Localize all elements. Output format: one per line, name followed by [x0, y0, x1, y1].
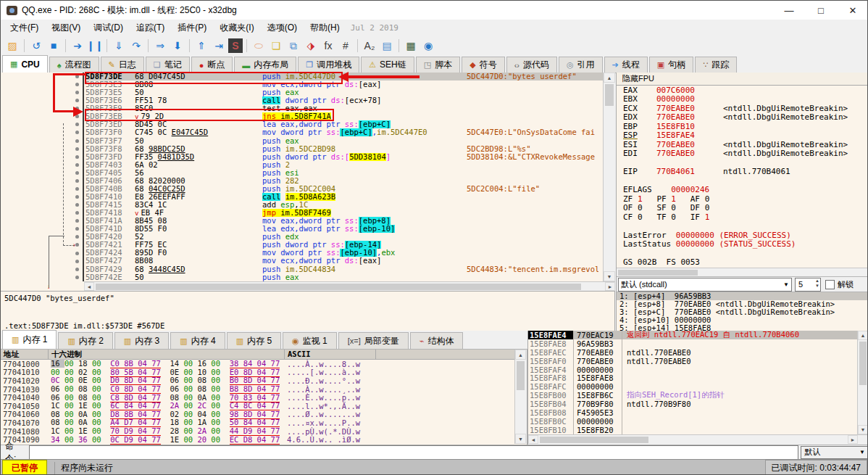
memory-row[interactable]: 7704109034 00 36 00 0C D9 04 77 1E 00 20…	[1, 435, 527, 444]
stack-row[interactable]: 15E8FB0C00000000	[528, 417, 868, 426]
call-arg-row[interactable]: 3: [esp+C] 770EABE0 <ntdll.DbgUiRemoteBr…	[617, 308, 868, 316]
register-list[interactable]: EAX007C6000EBX00000000ECX770EABE0<ntdll.…	[617, 86, 868, 267]
register-row[interactable]: EBP15E8FB10	[617, 122, 868, 131]
breakpoint-dot[interactable]	[75, 203, 79, 207]
hide-fpu-button[interactable]: 隐藏FPU	[617, 73, 868, 86]
disasm-row[interactable]: 5D8F73F0C745 0C E047C45Dmov dword ptr ss…	[85, 128, 603, 136]
breakpoint-dot[interactable]	[75, 75, 79, 78]
register-row[interactable]: ESI770EABE0<ntdll.DbgUiRemoteBreakin>	[617, 140, 868, 149]
disassembly-panel[interactable]: 5D8F73DE68 D047C45Dpush im.5DC447D05DC44…	[1, 73, 615, 291]
tab-脚本[interactable]: ◳脚本	[416, 57, 460, 73]
breakpoint-dot[interactable]	[75, 276, 79, 279]
tab-内存 1[interactable]: ▥内存 1	[2, 330, 57, 349]
command-profile-select[interactable]: 默认 ▼	[801, 446, 868, 459]
step-out-icon[interactable]: ⬇	[170, 38, 185, 54]
stack-row[interactable]: 15E8FAF815E8FAE8	[528, 373, 868, 382]
tab-CPU[interactable]: ▦CPU	[2, 55, 48, 73]
register-row[interactable]: ESP15E8FAE4	[617, 131, 868, 141]
memory-row[interactable]: 7704107008 00 0A 00 A4 D7 04 77 18 00 1A…	[1, 418, 527, 427]
unlock-checkbox[interactable]: 解锁	[825, 279, 854, 290]
disasm-row[interactable]: 5D8F73FDFF35 0481D35Dpush dword ptr ds:[…	[85, 153, 603, 161]
breakpoint-dot[interactable]	[75, 260, 79, 263]
stepper-arrows-icon[interactable]: ▲▼	[815, 278, 819, 289]
patch-icon[interactable]: ⬭	[251, 38, 267, 54]
disasm-row[interactable]: 5D8F741D8D55 F0lea edx,dword ptr ss:[ebp…	[85, 225, 603, 233]
register-row[interactable]: EAX007C6000	[617, 86, 868, 95]
memory-row[interactable]: 7704104006 00 08 00 C8 8D 04 77 08 00 0A…	[1, 393, 527, 402]
breakpoint-dot[interactable]	[75, 252, 79, 255]
run-icon[interactable]: ➔	[70, 38, 85, 54]
stack-panel[interactable]: 15E8FAE4770EAC19返回到 ntdll.770EAC19 自 ntd…	[527, 331, 868, 445]
breakpoint-dot[interactable]	[75, 268, 79, 271]
register-row[interactable]	[617, 176, 868, 186]
register-row[interactable]: EDX770EABE0<ntdll.DbgUiRemoteBreakin>	[617, 113, 868, 123]
memory-row[interactable]: 770410501C 00 1E 00 6C 84 04 77 2A 00 2C…	[1, 402, 527, 410]
breakpoint-dot[interactable]	[75, 107, 79, 110]
breakpoint-dot[interactable]	[75, 195, 79, 199]
stack-row[interactable]: 15E8FAE4770EAC19返回到 ntdll.770EAC19 自 ntd…	[528, 331, 868, 339]
bookmark-icon[interactable]: ⬗	[303, 38, 319, 54]
stack-row[interactable]: 15E8FAF0770EABE0ntdll.770EABE0	[528, 357, 868, 365]
calling-convention-select[interactable]: 默认 (stdcall) ▼	[618, 278, 792, 292]
disasm-vscrollbar[interactable]: ▲ ▼	[603, 73, 615, 281]
hash-icon[interactable]: #	[338, 38, 354, 54]
arg-count-stepper[interactable]: 5 ▲▼	[795, 278, 821, 292]
tab-笔记[interactable]: ❏笔记	[146, 57, 190, 73]
tab-内存布局[interactable]: ▬内存布局	[234, 57, 296, 73]
tab-调用堆栈[interactable]: ❐调用堆栈	[298, 57, 359, 73]
register-row[interactable]	[617, 158, 868, 168]
breakpoint-dot[interactable]	[75, 147, 79, 151]
stack-row[interactable]: 15E8FB04770B9F80ntdll.770B9F80	[528, 400, 868, 408]
label-icon[interactable]: ⧉	[285, 38, 301, 54]
breakpoint-dot[interactable]	[75, 115, 79, 118]
menu-item-1[interactable]: 视图(V)	[45, 20, 87, 36]
memory-row[interactable]: 770410801C 00 1E 00 70 D9 04 77 28 00 2A…	[1, 427, 527, 436]
tab-断点[interactable]: ●断点	[191, 57, 233, 73]
execute-till-return-icon[interactable]: ⇑	[193, 38, 209, 54]
run-to-cursor-icon[interactable]: ⇒	[152, 38, 168, 54]
tab-引用[interactable]: ◎引用	[559, 57, 603, 73]
tab-SEH链[interactable]: ⚠SEH链	[361, 57, 414, 73]
call-arg-row[interactable]: 1: [esp+4] 96A59BB3	[617, 292, 868, 300]
function-icon[interactable]: fx	[320, 38, 336, 54]
globe-icon[interactable]: ◉	[420, 38, 436, 54]
call-arg-row[interactable]: 2: [esp+8] 770EABE0 <ntdll.DbgUiRemoteBr…	[617, 300, 868, 308]
register-row[interactable]: ECX770EABE0<ntdll.DbgUiRemoteBreakin>	[617, 104, 868, 113]
restart-icon[interactable]: ↺	[28, 38, 44, 54]
menu-item-4[interactable]: 插件(P)	[171, 20, 213, 36]
breakpoint-dot[interactable]	[75, 83, 79, 86]
memory-row[interactable]: 7704103006 00 08 00 C0 8D 04 77 06 00 08…	[1, 385, 527, 394]
breakpoint-dot[interactable]	[75, 219, 79, 223]
tab-跟踪[interactable]: ∵跟踪	[695, 57, 737, 73]
memory-row[interactable]: 7704100016 00 18 00 C0 8B 04 77 14 00 16…	[1, 360, 527, 368]
checkbox-icon[interactable]	[825, 280, 835, 289]
menu-item-6[interactable]: 选项(O)	[261, 20, 304, 36]
disasm-row[interactable]: 5D8F742E50push eax	[85, 273, 603, 281]
memory-row[interactable]: 770410200C 00 0E 00 D0 8D 04 77 06 00 08…	[1, 376, 527, 385]
open-file-icon[interactable]: ▨	[4, 38, 20, 54]
breakpoint-dot[interactable]	[75, 155, 79, 159]
disasm-row[interactable]: 5D8F73E6FF51 78call dword ptr ds:[ecx+78…	[85, 96, 603, 104]
strings-icon[interactable]: S	[228, 38, 243, 53]
breakpoint-dot[interactable]	[75, 163, 79, 167]
breakpoint-dot[interactable]	[75, 211, 79, 215]
tab-流程图[interactable]: ♠流程图	[49, 57, 99, 73]
command-input[interactable]	[29, 445, 798, 460]
breakpoint-dot[interactable]	[75, 179, 79, 183]
stack-hscrollbar[interactable]: ◄ ►	[528, 434, 868, 445]
close-button[interactable]: ✕	[837, 1, 868, 20]
tab-内存 2[interactable]: ▥内存 2	[58, 332, 112, 349]
call-arg-row[interactable]: 4: [esp+10] 00000000	[617, 315, 868, 323]
notes-icon[interactable]: ▤	[379, 38, 395, 54]
breakpoint-dot[interactable]	[75, 171, 79, 175]
register-row[interactable]: EBX00000000	[617, 95, 868, 104]
calculator-icon[interactable]: ▦	[403, 38, 419, 54]
memory-dump-panel[interactable]: 地址 十六进制 ASCII 7704100016 00 18 00 C0 8B …	[1, 350, 527, 445]
tab-日志[interactable]: ✎日志	[101, 57, 144, 73]
stack-row[interactable]: 15E8FB0015E8FB6C指向SEH_Record[1]的指针	[528, 391, 868, 400]
tab-线程[interactable]: ➔线程	[604, 57, 648, 73]
register-row[interactable]: EIP770B4061ntdll.770B4061	[617, 168, 868, 177]
stack-row[interactable]: 15E8FAE896A59BB3	[528, 339, 868, 348]
tab-局部变量[interactable]: [x=]局部变量	[338, 332, 409, 349]
pause-icon[interactable]: ❙❙	[87, 38, 103, 54]
